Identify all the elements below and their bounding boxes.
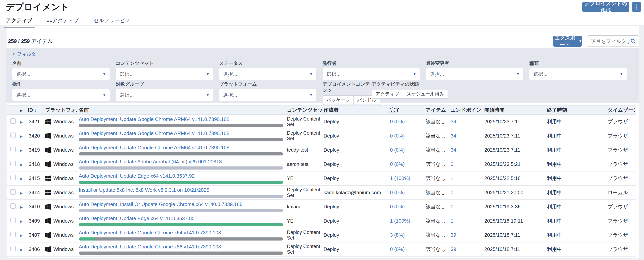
deployment-name-link[interactable]: Auto Deployment: Update Google Chrome AR… xyxy=(79,145,283,151)
deployment-name-link[interactable]: Auto Deployment: Update Edge x64 v141.0.… xyxy=(79,173,283,179)
filter-label-activity-state: アクティビティの状態 xyxy=(372,81,437,87)
complete-link[interactable]: 0 (0%) xyxy=(390,204,405,209)
row-expand-icon[interactable]: ▶ xyxy=(20,205,23,209)
endpoints-link[interactable]: 39 xyxy=(451,232,456,238)
filter-label-content-set: コンテンツセット xyxy=(116,60,213,66)
complete-link[interactable]: 3 (8%) xyxy=(390,232,405,238)
column-header-name[interactable]: 名前 xyxy=(77,107,286,113)
row-expand-icon[interactable]: ▶ xyxy=(20,120,23,124)
deployment-name-link[interactable]: Auto Deployment: Update Google Chrome AR… xyxy=(79,116,283,122)
row-checkbox[interactable] xyxy=(10,147,16,152)
filter-divider xyxy=(6,57,639,57)
filter-select-content-set[interactable]: 選択...▼ xyxy=(116,68,213,80)
filter-label-publisher: 発行者 xyxy=(322,60,420,66)
progress-track xyxy=(79,152,283,156)
endpoints-link[interactable]: 34 xyxy=(451,119,456,124)
complete-link[interactable]: 0 (0%) xyxy=(390,246,405,252)
endpoints-link[interactable]: 0 xyxy=(451,161,453,167)
filter-label-target-group: 対象グループ xyxy=(116,81,213,87)
horizontal-scrollbar[interactable] xyxy=(6,258,639,260)
deployment-name-link[interactable]: Install or Update 8x8 Inc. 8x8 Work v8.9… xyxy=(79,187,283,193)
export-button[interactable]: エクスポート ▼ xyxy=(553,36,582,47)
deployment-name-link[interactable]: Auto Deployment: Install Or Update Googl… xyxy=(79,201,283,207)
tab-self-service[interactable]: セルフサービス xyxy=(94,17,130,28)
column-header-content-set[interactable]: コンテンツセット xyxy=(286,107,322,113)
column-header-platform[interactable]: プラットフォ... xyxy=(44,107,77,113)
complete-link[interactable]: 0 (0%) xyxy=(390,119,405,124)
filter-panel-toggle[interactable]: ▼ フィルタ xyxy=(12,51,36,57)
column-header-creator[interactable]: 作成者 xyxy=(322,107,389,113)
filter-select-status[interactable]: 選択...▼ xyxy=(219,68,316,80)
endpoints-link[interactable]: 34 xyxy=(451,133,456,139)
items-cell: 該当なし xyxy=(424,118,450,125)
kebab-menu-button[interactable]: ⋮ xyxy=(632,2,641,12)
timezone-cell: ローカル xyxy=(606,189,635,196)
row-expand-icon[interactable]: ▶ xyxy=(20,220,23,223)
row-id: 3421 xyxy=(27,119,44,124)
deployment-name-link[interactable]: Auto Deployment: Update Google Chrome AR… xyxy=(79,131,283,136)
tab-active[interactable]: アクティブ xyxy=(6,17,32,28)
row-checkbox[interactable] xyxy=(10,175,16,180)
filter-select-platform[interactable]: 選択...▼ xyxy=(219,89,316,101)
row-checkbox[interactable] xyxy=(10,218,16,223)
create-deployment-button[interactable]: デプロイメントの作成 xyxy=(582,2,629,12)
deployment-name-link[interactable]: Auto Deployment: Update Google Chrome x6… xyxy=(79,230,283,236)
filter-select-operation[interactable]: 選択...▼ xyxy=(12,89,110,101)
column-header-start-time[interactable]: 開始時間 xyxy=(483,107,546,113)
endpoints-link[interactable]: 1 xyxy=(451,175,453,181)
endpoints-link[interactable]: 1 xyxy=(451,218,453,224)
deployment-name-link[interactable]: Auto Deployment: Update Google Chrome x8… xyxy=(79,244,283,250)
row-checkbox[interactable] xyxy=(10,118,16,124)
row-checkbox[interactable] xyxy=(10,133,16,138)
table-row: ▶ 3418 Windows Auto Deployment: Update A… xyxy=(6,157,636,172)
row-expand-icon[interactable]: ▶ xyxy=(20,135,23,138)
toggle-active[interactable]: アクティブ xyxy=(372,89,403,98)
complete-link[interactable]: 1 (100%) xyxy=(390,175,410,181)
column-header-items[interactable]: アイテム xyxy=(424,107,450,113)
endpoints-link[interactable]: 0 xyxy=(451,204,453,209)
endpoints-link[interactable]: 0 xyxy=(451,190,453,195)
search-input[interactable] xyxy=(591,38,630,44)
endpoints-link[interactable]: 34 xyxy=(451,147,456,153)
row-expand-icon[interactable]: ▶ xyxy=(20,191,23,195)
complete-link[interactable]: 1 (100%) xyxy=(390,218,410,224)
select-value: 選択... xyxy=(16,71,30,78)
row-checkbox[interactable] xyxy=(10,161,16,166)
tab-inactive[interactable]: 非アクティブ xyxy=(47,17,79,28)
row-checkbox[interactable] xyxy=(10,189,16,195)
row-expand-icon[interactable]: ▶ xyxy=(20,234,23,237)
row-checkbox[interactable] xyxy=(10,246,16,251)
filter-select-last-modified-by[interactable]: 選択...▼ xyxy=(426,68,523,80)
creator-cell: Deploy xyxy=(322,119,389,124)
toggle-package[interactable]: パッケージ xyxy=(323,96,354,104)
column-header-endpoints[interactable]: エンドポイント xyxy=(450,107,483,113)
filter-select-publisher[interactable]: 選択...▼ xyxy=(322,68,420,80)
filter-select-type[interactable]: 選択...▼ xyxy=(530,68,627,80)
deployment-name-link[interactable]: Auto Deployment: Update Edge x64 v141.0.… xyxy=(79,215,283,221)
endpoints-link[interactable]: 39 xyxy=(451,246,456,252)
triangle-down-icon: ▼ xyxy=(206,93,210,97)
complete-link[interactable]: 0 (0%) xyxy=(390,133,405,139)
row-expand-icon[interactable]: ▶ xyxy=(20,163,23,167)
filter-select-target-group[interactable]: 選択...▼ xyxy=(116,89,213,101)
row-expand-icon[interactable]: ▶ xyxy=(20,177,23,181)
row-expand-icon[interactable]: ▶ xyxy=(20,149,23,152)
start-time-cell: 2025/10/18 19:11 xyxy=(483,218,546,224)
complete-link[interactable]: 0 (0%) xyxy=(390,161,405,167)
complete-link[interactable]: 0 (0%) xyxy=(390,147,405,153)
toggle-scheduled[interactable]: スケジュール済み xyxy=(403,89,448,98)
column-header-timezone[interactable]: タイムゾーン xyxy=(606,107,635,113)
deployment-name-link[interactable]: Auto Deployment: Update Adobe Acrobat (6… xyxy=(79,159,283,165)
complete-link[interactable]: 0 (0%) xyxy=(390,190,405,195)
item-count-number: 259 / 259 xyxy=(8,38,30,44)
column-header-id[interactable]: ID↓ xyxy=(27,107,44,113)
row-checkbox[interactable] xyxy=(10,232,16,237)
deployment-content-toggle-group: パッケージ バンドル xyxy=(322,95,380,105)
expand-all-icon[interactable]: ▶ xyxy=(20,109,23,112)
filter-search-box[interactable] xyxy=(587,35,639,47)
column-header-complete[interactable]: 完了 xyxy=(389,107,424,113)
column-header-end-time[interactable]: 終了時刻 xyxy=(546,107,606,113)
row-checkbox[interactable] xyxy=(10,203,16,209)
row-expand-icon[interactable]: ▶ xyxy=(20,248,23,252)
filter-select-name[interactable]: 選択...▼ xyxy=(12,68,110,80)
